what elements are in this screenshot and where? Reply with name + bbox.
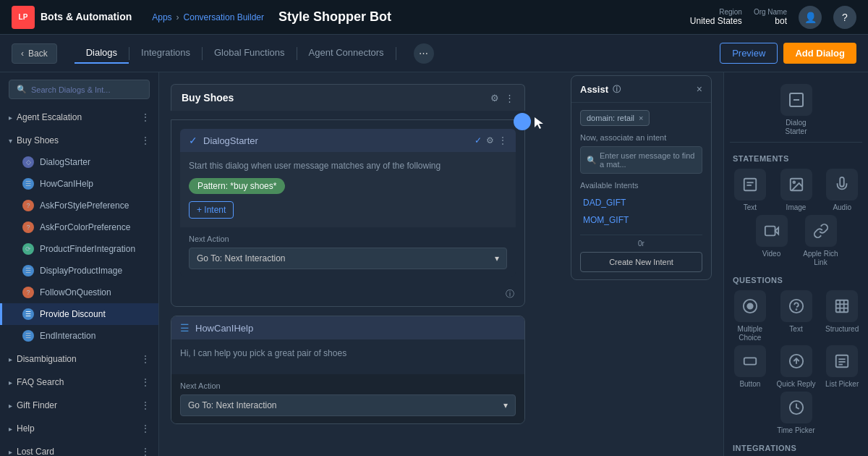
domain-tag-close[interactable]: × xyxy=(639,114,643,122)
next-action-value-2: Go To: Next Interaction xyxy=(188,400,277,410)
right-panel-audio[interactable]: Audio xyxy=(822,169,862,212)
tab-agent-connectors[interactable]: Agent Connectors xyxy=(297,43,396,64)
sidebar-item-ask-color[interactable]: ? AskForColorPreference xyxy=(0,216,158,238)
brand-line1: Bots & Automation xyxy=(41,11,132,23)
info-icon[interactable]: ⓘ xyxy=(506,288,514,300)
sidebar-group-header-agent-escalation[interactable]: ▸ Agent Escalation ⋮ xyxy=(0,106,158,128)
breadcrumb-apps[interactable]: Apps xyxy=(152,12,171,22)
statement-icon: ☰ xyxy=(180,322,190,334)
next-action-select[interactable]: Go To: Next Interaction ▾ xyxy=(189,248,507,269)
group-label: Disambiguation xyxy=(17,354,77,364)
sidebar-item-end-interaction[interactable]: ☰ EndInteraction xyxy=(0,325,158,347)
audio-label: Audio xyxy=(833,203,851,212)
sidebar-group-header-disambiguation[interactable]: ▸ Disambiguation ⋮ xyxy=(0,348,158,370)
more-options-button[interactable]: ⋯ xyxy=(414,43,434,64)
svg-rect-18 xyxy=(744,358,757,364)
right-panel-text[interactable]: Text xyxy=(730,169,770,212)
right-panel-text-q[interactable]: Text xyxy=(776,290,817,342)
breadcrumb-builder[interactable]: Conversation Builder xyxy=(184,12,264,22)
more-icon[interactable]: ⋮ xyxy=(141,112,150,122)
toolbar: ‹ Back Dialogs Integrations Global Funct… xyxy=(0,35,868,72)
right-panel-video[interactable]: Video xyxy=(750,215,793,267)
sidebar-item-follow-on[interactable]: ? FollowOnQuestion xyxy=(0,282,158,303)
right-panel-quick-reply[interactable]: Quick Reply xyxy=(776,345,817,389)
help-button[interactable]: ? xyxy=(833,6,856,29)
inner-check-icon[interactable]: ✓ xyxy=(475,135,482,145)
add-intent-button[interactable]: + Intent xyxy=(189,201,234,219)
assist-close-button[interactable]: × xyxy=(697,83,702,95)
next-action-select-2[interactable]: Go To: Next Interaction ▾ xyxy=(180,394,516,416)
sidebar-item-provide-discount[interactable]: ☰ Provide Discount xyxy=(0,303,158,325)
intent-item-mom-gift[interactable]: MOM_GIFT xyxy=(580,211,702,229)
intent-search-placeholder: Enter user message to find a mat... xyxy=(600,151,696,169)
preview-button[interactable]: Preview xyxy=(720,43,778,64)
add-dialog-button[interactable]: Add Dialog xyxy=(783,43,856,64)
dialog-starter-label: Dialog Starter xyxy=(775,119,818,136)
sidebar-group-header-gift-finder[interactable]: ▸ Gift Finder ⋮ xyxy=(0,394,158,416)
or-label: 0r xyxy=(580,240,702,248)
inner-more-icon[interactable]: ⋮ xyxy=(498,135,507,145)
tab-global-functions[interactable]: Global Functions xyxy=(203,43,297,64)
settings-icon[interactable]: ⚙ xyxy=(490,93,499,104)
intent-search-input[interactable]: 🔍 Enter user message to find a mat... xyxy=(580,146,702,174)
dialog-starter-icon xyxy=(780,84,812,116)
more-icon[interactable]: ⋮ xyxy=(141,135,150,145)
sidebar-group-agent-escalation: ▸ Agent Escalation ⋮ xyxy=(0,106,158,128)
svg-point-11 xyxy=(789,300,802,313)
statement-icon: ☰ xyxy=(22,265,34,276)
right-panel-structured[interactable]: Structured xyxy=(822,290,862,342)
sidebar-item-dialog-starter[interactable]: ◇ DialogStarter xyxy=(0,151,158,173)
question-icon: ? xyxy=(22,200,34,211)
group-label: Buy Shoes xyxy=(17,135,59,145)
inner-settings-icon[interactable]: ⚙ xyxy=(486,135,494,145)
sidebar-group-header-help[interactable]: ▸ Help ⋮ xyxy=(0,418,158,439)
more-icon[interactable]: ⋮ xyxy=(141,400,150,410)
button-label: Button xyxy=(739,380,760,389)
time-picker-label: Time Picker xyxy=(777,426,814,435)
sidebar-group-header-faq-search[interactable]: ▸ FAQ Search ⋮ xyxy=(0,371,158,393)
right-panel-button[interactable]: Button xyxy=(730,345,770,389)
chevron-icon: ▸ xyxy=(9,402,12,410)
tab-dialogs[interactable]: Dialogs xyxy=(75,43,129,64)
intent-item-dad-gift[interactable]: DAD_GIFT xyxy=(580,194,702,211)
right-panel-image[interactable]: Image xyxy=(776,169,817,212)
statement-icon: ☰ xyxy=(22,330,34,342)
dialog-header: Buy Shoes ⚙ ⋮ xyxy=(171,84,525,111)
more-icon[interactable]: ⋮ xyxy=(505,93,514,104)
user-avatar[interactable]: 👤 xyxy=(799,6,822,29)
intent-list: DAD_GIFT MOM_GIFT xyxy=(580,194,702,229)
image-icon xyxy=(780,169,812,200)
org-value: bot xyxy=(754,16,787,26)
check-icon: ✓ xyxy=(189,135,197,146)
region-label: Region xyxy=(690,8,742,16)
sidebar-group-gift-finder: ▸ Gift Finder ⋮ xyxy=(0,394,158,416)
how-can-i-help-header: ☰ HowCanIHelp xyxy=(171,316,524,339)
tab-integrations[interactable]: Integrations xyxy=(129,43,202,64)
more-icon[interactable]: ⋮ xyxy=(141,354,150,364)
right-panel-list-picker[interactable]: List Picker xyxy=(822,345,862,389)
right-panel-multiple-choice[interactable]: Multiple Choice xyxy=(730,290,770,342)
more-icon[interactable]: ⋮ xyxy=(141,423,150,434)
more-icon[interactable]: ⋮ xyxy=(141,377,150,387)
sidebar-item-how-can-i-help[interactable]: ☰ HowCanIHelp xyxy=(0,173,158,195)
tab-nav: Dialogs Integrations Global Functions Ag… xyxy=(75,43,396,64)
info-row: ⓘ xyxy=(171,285,524,306)
main-layout: 🔍 Search Dialogs & Int... ▸ Agent Escala… xyxy=(0,72,868,456)
right-panel-dialog-starter[interactable]: Dialog Starter xyxy=(775,84,818,136)
right-panel-time-picker[interactable]: Time Picker xyxy=(775,392,818,435)
text-q-label: Text xyxy=(789,325,802,334)
sidebar-group-header-buy-shoes[interactable]: ▾ Buy Shoes ⋮ xyxy=(0,130,158,151)
right-panel-apple-rich[interactable]: Apple Rich Link xyxy=(799,215,843,267)
quick-reply-icon xyxy=(780,345,812,377)
sidebar-item-ask-style[interactable]: ? AskForStylePreference xyxy=(0,195,158,216)
create-intent-button[interactable]: Create New Intent xyxy=(580,252,702,272)
text-icon xyxy=(734,169,766,200)
search-input[interactable]: 🔍 Search Dialogs & Int... xyxy=(9,80,150,99)
back-button[interactable]: ‹ Back xyxy=(12,43,57,64)
sidebar-item-display-product[interactable]: ☰ DisplayProductImage xyxy=(0,260,158,282)
sidebar-item-product-finder[interactable]: ⟳ ProductFinderIntegration xyxy=(0,238,158,260)
sidebar-group-header-lost-card[interactable]: ▸ Lost Card ⋮ xyxy=(0,441,158,456)
sidebar-groups: ▸ Agent Escalation ⋮ ▾ Buy Shoes ⋮ ◇ Dia… xyxy=(0,106,158,456)
assist-info-icon: ⓘ xyxy=(613,84,621,95)
more-icon[interactable]: ⋮ xyxy=(141,447,150,456)
